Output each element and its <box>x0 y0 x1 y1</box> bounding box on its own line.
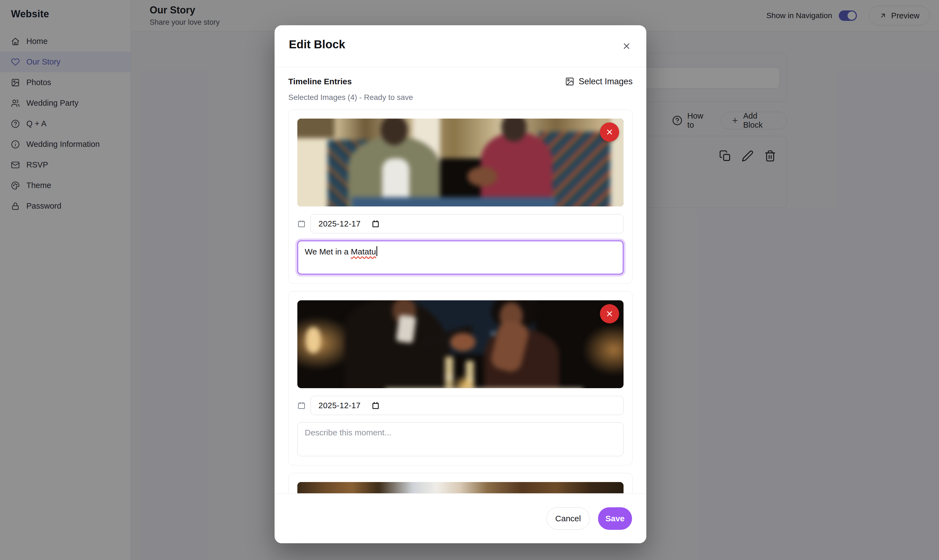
entry-date-row: 2025-12-17 <box>297 214 623 233</box>
remove-image-button[interactable] <box>600 304 619 323</box>
entry-date-value: 2025-12-17 <box>319 219 360 228</box>
entry-date-value: 2025-12-17 <box>319 401 360 410</box>
select-images-label: Select Images <box>579 77 633 86</box>
calendar-picker-icon[interactable] <box>371 402 380 409</box>
timeline-entry-card: 2025-12-17 We Met in a Matatu <box>288 109 633 283</box>
selected-images-status: Selected Images (4) - Ready to save <box>288 93 633 102</box>
modal-footer: Cancel Save <box>274 493 647 543</box>
photo-art <box>297 118 623 206</box>
entry-caption-input[interactable]: We Met in a Matatu <box>297 240 623 274</box>
edit-block-modal: Edit Block Timeline Entries Select Image… <box>274 25 647 543</box>
timeline-header-row: Timeline Entries Select Images <box>288 77 633 86</box>
cancel-button[interactable]: Cancel <box>546 507 590 530</box>
calendar-picker-icon[interactable] <box>371 220 380 228</box>
caption-text: We Met in a <box>305 247 351 256</box>
photo-art <box>297 482 623 493</box>
photo-wedding-aisle-partial <box>297 482 623 493</box>
entry-date-input[interactable]: 2025-12-17 <box>311 214 623 233</box>
entry-date-input[interactable]: 2025-12-17 <box>311 396 623 415</box>
photo-proposal-dinner <box>297 300 623 388</box>
timeline-entries-title: Timeline Entries <box>288 77 352 86</box>
modal-scroll-area[interactable]: Timeline Entries Select Images Selected … <box>274 67 647 493</box>
caption-misspelled-word: Matatu <box>351 247 376 256</box>
timeline-entry-card: 2025-12-17 <box>288 291 633 465</box>
modal-close-button[interactable] <box>620 40 633 53</box>
save-button[interactable]: Save <box>598 507 632 530</box>
remove-image-icon <box>605 128 614 136</box>
remove-image-icon <box>605 310 614 318</box>
select-images-button[interactable]: Select Images <box>565 77 633 86</box>
entry-caption-input[interactable] <box>297 422 623 456</box>
image-icon <box>565 77 574 86</box>
calendar-icon <box>297 220 306 228</box>
text-caret <box>376 246 377 256</box>
remove-image-button[interactable] <box>600 122 619 142</box>
timeline-entry-card <box>288 473 633 493</box>
calendar-icon <box>297 402 306 409</box>
modal-title: Edit Block <box>289 38 345 51</box>
close-icon <box>622 42 631 51</box>
modal-header: Edit Block <box>274 25 647 67</box>
entry-date-row: 2025-12-17 <box>297 396 623 415</box>
photo-couple-in-matatu <box>297 118 623 206</box>
photo-art <box>297 300 623 388</box>
